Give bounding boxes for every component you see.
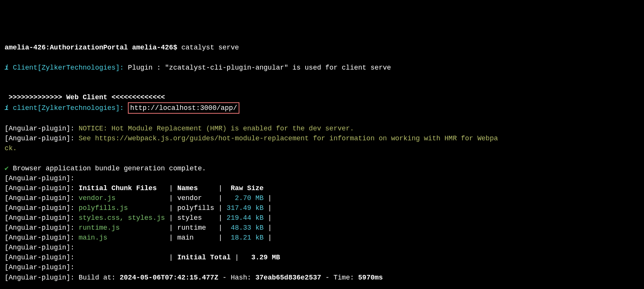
chunk-name: runtime bbox=[177, 224, 206, 232]
plugin-prefix: [Angular-plugin]: bbox=[5, 264, 75, 271]
prompt-host: amelia-426:AuthorizationPortal bbox=[5, 44, 128, 51]
serve-url-line: i client[ZylkerTechnologies]: http://loc… bbox=[5, 104, 239, 112]
plugin-prefix: [Angular-plugin]: bbox=[5, 254, 75, 261]
chunk-name: polyfills bbox=[177, 204, 214, 212]
notice-line-1: NOTICE: Hot Module Replacement (HMR) is … bbox=[78, 125, 354, 132]
chunk-size: 219.44 kB bbox=[226, 214, 263, 222]
web-client-header: >>>>>>>>>>>>> Web Client <<<<<<<<<<<<< bbox=[9, 94, 165, 101]
chunk-file: main.js bbox=[78, 234, 107, 241]
client-info-line: i Client[ZylkerTechnologies]: Plugin : "… bbox=[5, 64, 391, 71]
plugin-prefix: [Angular-plugin]: bbox=[5, 194, 75, 202]
chunk-file: runtime.js bbox=[78, 224, 120, 232]
total-label: Initial Total bbox=[177, 254, 231, 261]
info-icon: i bbox=[5, 104, 9, 112]
chunk-size: 317.49 kB bbox=[226, 204, 263, 212]
chunk-file: polyfills.js bbox=[78, 204, 128, 212]
plugin-prefix: [Angular-plugin]: bbox=[5, 184, 75, 192]
plugin-prefix: [Angular-plugin]: bbox=[5, 125, 75, 132]
plugin-prefix: [Angular-plugin]: bbox=[5, 274, 75, 281]
table-row: [Angular-plugin]: polyfills.js | polyfil… bbox=[5, 204, 272, 212]
table-row: [Angular-plugin]: main.js | main | 18.21… bbox=[5, 234, 272, 241]
build-timestamp: 2024-05-06T07:42:15.477Z bbox=[120, 274, 218, 281]
col-names: Names bbox=[177, 184, 218, 192]
plugin-prefix: [Angular-plugin]: bbox=[5, 234, 75, 241]
plugin-prefix: [Angular-plugin]: bbox=[5, 224, 75, 232]
client-label: client[ZylkerTechnologies]: bbox=[13, 104, 124, 112]
table-row: [Angular-plugin]: styles.css, styles.js … bbox=[5, 214, 272, 222]
table-row: [Angular-plugin]: vendor.js | vendor | 2… bbox=[5, 194, 272, 202]
check-icon: ✔ bbox=[5, 165, 9, 172]
prompt-command: catalyst serve bbox=[182, 44, 239, 51]
col-files: Initial Chunk Files bbox=[78, 184, 169, 192]
total-size: 3.29 MB bbox=[251, 254, 280, 261]
chunk-file: vendor.js bbox=[78, 194, 115, 202]
plugin-prefix: [Angular-plugin]: bbox=[5, 214, 75, 222]
plugin-prefix: [Angular-plugin]: bbox=[5, 135, 75, 142]
table-row: [Angular-plugin]: runtime.js | runtime |… bbox=[5, 224, 272, 232]
build-hash: 37eab65d836e2537 bbox=[255, 274, 321, 281]
chunk-name: main bbox=[177, 234, 194, 241]
chunk-name: styles bbox=[177, 214, 202, 222]
build-prefix: Build at: bbox=[78, 274, 115, 281]
plugin-prefix: [Angular-plugin]: bbox=[5, 244, 75, 251]
serve-url: http://localhost:3000/app/ bbox=[130, 104, 237, 112]
chunk-size: 48.33 kB bbox=[231, 224, 263, 232]
plugin-prefix: [Angular-plugin]: bbox=[5, 204, 75, 212]
bundle-complete-text: Browser application bundle generation co… bbox=[13, 165, 206, 172]
serve-url-highlight[interactable]: http://localhost:3000/app/ bbox=[128, 102, 239, 114]
prompt-user: amelia-426$ bbox=[132, 44, 177, 51]
chunk-size: 18.21 kB bbox=[231, 234, 263, 241]
plugin-prefix: [Angular-plugin]: bbox=[5, 175, 75, 182]
hash-prefix: - Hash: bbox=[223, 274, 252, 281]
terminal-output: amelia-426:AuthorizationPortal amelia-42… bbox=[5, 43, 639, 289]
build-time: 5970ms bbox=[358, 274, 383, 281]
notice-line-2b: ck. bbox=[5, 144, 17, 152]
chunk-name: vendor bbox=[177, 194, 202, 202]
chunk-size: 2.70 MB bbox=[235, 194, 264, 202]
prompt-line: amelia-426:AuthorizationPortal amelia-42… bbox=[5, 44, 239, 51]
notice-line-2a: See https://webpack.js.org/guides/hot-mo… bbox=[78, 135, 498, 142]
client-label: Client[ZylkerTechnologies]: bbox=[13, 64, 124, 71]
chunk-file: styles.css, styles.js bbox=[78, 214, 165, 222]
time-prefix: - Time: bbox=[325, 274, 354, 281]
col-size: Raw Size bbox=[231, 184, 263, 192]
info-icon: i bbox=[5, 64, 9, 71]
client-text: Plugin : "zcatalyst-cli-plugin-angular" … bbox=[128, 64, 391, 71]
